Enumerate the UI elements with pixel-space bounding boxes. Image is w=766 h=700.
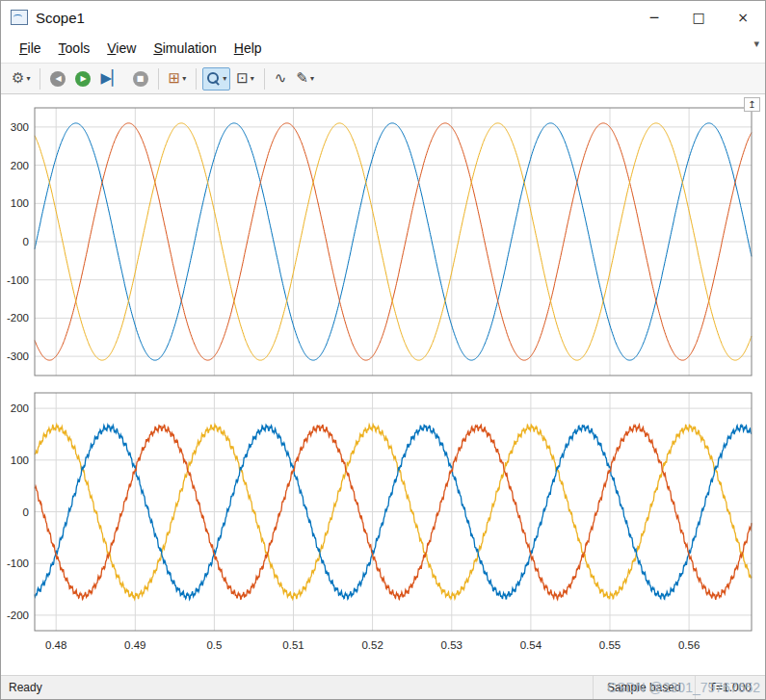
play-icon: ▶ — [75, 71, 91, 87]
highlight-block-button[interactable]: ⊞▾ — [165, 67, 191, 91]
y-tick-label: 0 — [23, 506, 29, 518]
statusbar: Ready Sample based T=1.000 — [1, 675, 765, 699]
y-tick-label: 0 — [23, 236, 29, 247]
menu-tools[interactable]: Tools — [50, 37, 99, 60]
maximize-button[interactable]: □ — [676, 1, 721, 34]
status-ready: Ready — [1, 681, 42, 694]
app-icon — [11, 10, 28, 25]
trigger-signal-icon: ∿ — [275, 71, 287, 86]
y-tick-label: -100 — [7, 274, 29, 286]
stop-icon: ■ — [133, 71, 148, 87]
minimize-button[interactable]: ─ — [632, 1, 676, 34]
close-button[interactable]: × — [721, 1, 765, 34]
expand-button[interactable]: ↥ — [744, 97, 760, 112]
fit-view-icon: ⊡ — [236, 71, 249, 86]
titlebar: Scope1 ─ □ × — [1, 1, 765, 34]
magnifier-icon — [206, 71, 221, 86]
y-tick-label: 100 — [11, 197, 29, 209]
x-tick-label: 0.56 — [678, 639, 700, 651]
menu-view[interactable]: View — [98, 37, 145, 60]
scope-plot-top[interactable]: 3002001000-100-200-300 — [1, 94, 766, 385]
x-tick-label: 0.55 — [599, 639, 621, 651]
x-tick-label: 0.52 — [361, 639, 383, 651]
toolbar-separator — [158, 68, 159, 90]
menubar-collapse-icon[interactable]: ▾ — [753, 38, 759, 50]
menu-simulation[interactable]: Simulation — [145, 37, 225, 60]
scope-window: Scope1 ─ □ × File Tools View Simulation … — [0, 0, 766, 700]
step-back-icon: ◀ — [50, 71, 66, 87]
dropdown-arrow-icon: ▾ — [310, 74, 314, 83]
toolbar-separator — [264, 68, 265, 90]
pencil-icon: ✎ — [296, 71, 308, 86]
measurements-button[interactable]: ✎▾ — [292, 67, 318, 91]
stop-button[interactable]: ■ — [129, 67, 152, 91]
plot-area: 3002001000-100-200-300 0.480.490.50.510.… — [1, 94, 765, 677]
window-title: Scope1 — [36, 10, 85, 26]
dropdown-arrow-icon: ▾ — [26, 74, 30, 83]
step-forward-icon: ▶▏ — [100, 71, 122, 86]
blocks-icon: ⊞ — [169, 71, 181, 86]
y-tick-label: 200 — [11, 402, 29, 414]
x-tick-label: 0.48 — [45, 639, 66, 651]
gear-icon: ⚙ — [12, 71, 24, 86]
status-sample-mode: Sample based — [593, 676, 695, 699]
run-button[interactable]: ▶ — [71, 67, 94, 91]
y-tick-label: -100 — [7, 557, 29, 569]
dropdown-arrow-icon: ▾ — [223, 74, 226, 83]
settings-button[interactable]: ⚙▾ — [8, 67, 34, 91]
toolbar-separator — [40, 68, 40, 90]
status-right: Sample based T=1.000 — [593, 676, 765, 699]
dropdown-arrow-icon: ▾ — [251, 74, 254, 83]
menu-file[interactable]: File — [11, 37, 50, 60]
x-tick-label: 0.51 — [282, 639, 304, 651]
y-tick-label: -300 — [7, 350, 29, 362]
menubar: File Tools View Simulation Help ▾ — [1, 34, 765, 63]
window-controls: ─ □ × — [632, 1, 765, 34]
x-tick-label: 0.54 — [520, 639, 542, 651]
toolbar-separator — [196, 68, 197, 90]
status-sim-time: T=1.000 — [695, 676, 765, 699]
x-tick-label: 0.49 — [124, 639, 145, 651]
y-tick-label: 200 — [11, 160, 29, 171]
x-tick-label: 0.53 — [441, 639, 462, 651]
toolbar: ⚙▾◀▶▶▏■⊞▾▾⊡▾∿✎▾ — [1, 63, 765, 94]
y-tick-label: -200 — [7, 312, 29, 324]
y-tick-label: -200 — [7, 609, 29, 621]
triggers-button[interactable]: ∿ — [271, 67, 291, 91]
menu-help[interactable]: Help — [225, 37, 271, 60]
x-tick-label: 0.5 — [206, 639, 222, 651]
y-tick-label: 100 — [11, 454, 29, 466]
dropdown-arrow-icon: ▾ — [182, 74, 186, 83]
y-tick-label: 300 — [11, 121, 29, 133]
zoom-button[interactable]: ▾ — [202, 67, 230, 91]
step-forward-button[interactable]: ▶▏ — [96, 67, 126, 91]
step-back-button[interactable]: ◀ — [46, 67, 69, 91]
scope-plot-bottom[interactable]: 0.480.490.50.510.520.530.540.550.5620010… — [1, 385, 766, 677]
fit-to-view-button[interactable]: ⊡▾ — [232, 67, 258, 91]
